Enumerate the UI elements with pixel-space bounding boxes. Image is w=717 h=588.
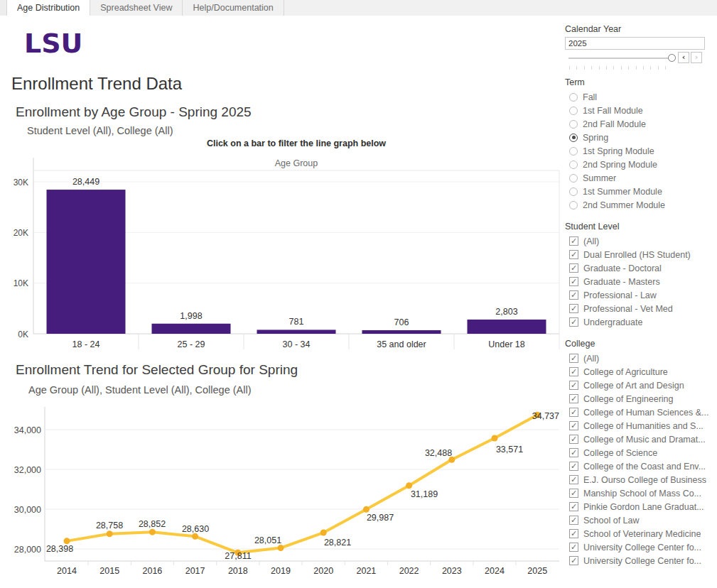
- x-axis-year-label: 2015: [99, 566, 119, 576]
- student-level-option[interactable]: ✓ Dual Enrolled (HS Student): [565, 248, 716, 261]
- college-option[interactable]: ✓ College of Humanities and S...: [565, 419, 716, 432]
- checkbox-icon[interactable]: ✓: [569, 408, 578, 417]
- checkbox-icon[interactable]: ✓: [569, 435, 578, 444]
- checkbox-icon[interactable]: ✓: [569, 304, 578, 313]
- radio-icon[interactable]: [569, 120, 578, 129]
- college-option[interactable]: ✓ Pinkie Gordon Lane Graduat...: [565, 500, 716, 513]
- point-value-label: 28,852: [139, 519, 166, 529]
- slider-handle[interactable]: [668, 54, 676, 62]
- checkbox-icon[interactable]: ✓: [569, 421, 578, 430]
- checkbox-icon[interactable]: ✓: [569, 502, 578, 511]
- checkbox-icon[interactable]: ✓: [569, 250, 578, 259]
- student-level-option-label: Graduate - Doctoral: [583, 263, 662, 273]
- college-option[interactable]: ✓ College of Music and Dramat...: [565, 432, 716, 446]
- radio-icon[interactable]: [569, 174, 578, 183]
- term-option[interactable]: 1st Summer Module: [565, 185, 716, 198]
- radio-icon[interactable]: [569, 201, 578, 209]
- student-level-option[interactable]: ✓ Graduate - Masters: [565, 275, 716, 288]
- student-level-option[interactable]: ✓ Professional - Law: [565, 288, 716, 302]
- line-point-2020[interactable]: [320, 530, 327, 536]
- line-point-2015[interactable]: [107, 530, 113, 537]
- checkbox-icon[interactable]: ✓: [569, 475, 578, 484]
- check-icon: ✓: [571, 489, 577, 497]
- bar-chart-caption: Click on a bar to filter the line graph …: [33, 138, 559, 148]
- checkbox-icon[interactable]: ✓: [569, 354, 578, 363]
- line-point-2014[interactable]: [64, 538, 70, 544]
- bar-2[interactable]: [257, 330, 336, 334]
- bar-0[interactable]: [47, 190, 126, 334]
- radio-icon[interactable]: [569, 160, 578, 169]
- student-level-option[interactable]: ✓ Professional - Vet Med: [565, 302, 716, 315]
- college-option[interactable]: ✓ College of the Coast and Env...: [565, 459, 716, 473]
- radio-icon[interactable]: [569, 187, 578, 196]
- term-option-label: 1st Fall Module: [583, 106, 643, 116]
- radio-icon[interactable]: [569, 107, 578, 115]
- checkbox-icon[interactable]: ✓: [569, 489, 578, 498]
- checkbox-icon[interactable]: ✓: [569, 277, 578, 286]
- check-icon: ✓: [571, 543, 577, 551]
- college-option[interactable]: ✓ School of Law: [565, 513, 716, 527]
- student-level-option[interactable]: ✓ Undergraduate: [565, 315, 716, 329]
- tab[interactable]: Spreadsheet View: [90, 0, 183, 16]
- checkbox-icon[interactable]: ✓: [569, 448, 578, 457]
- bar-chart-column-header: Age Group: [275, 158, 318, 168]
- line-point-2017[interactable]: [192, 533, 198, 540]
- term-option[interactable]: 2nd Summer Module: [565, 198, 716, 212]
- college-option[interactable]: ✓ College of Agriculture: [565, 365, 716, 379]
- line-chart-title: Enrollment Trend for Selected Group for …: [16, 362, 298, 378]
- college-option[interactable]: ✓ School of Veterinary Medicine: [565, 527, 716, 540]
- checkbox-icon[interactable]: ✓: [569, 543, 578, 552]
- line-point-2022[interactable]: [406, 482, 412, 489]
- checkbox-icon[interactable]: ✓: [569, 516, 578, 525]
- next-year-button[interactable]: ›: [691, 52, 702, 63]
- checkbox-icon[interactable]: ✓: [569, 263, 578, 273]
- calendar-year-input[interactable]: [565, 37, 705, 50]
- x-axis-category-label: 35 and older: [377, 339, 426, 349]
- college-option[interactable]: ✓ University College Center fo...: [565, 540, 716, 554]
- checkbox-icon[interactable]: ✓: [569, 381, 578, 390]
- term-option[interactable]: Spring: [565, 131, 716, 144]
- checkbox-icon[interactable]: ✓: [569, 556, 578, 565]
- checkbox-icon[interactable]: ✓: [569, 394, 578, 403]
- bar-3[interactable]: [362, 330, 441, 334]
- line-point-2024[interactable]: [492, 435, 498, 442]
- checkbox-icon[interactable]: ✓: [569, 529, 578, 538]
- college-option-label: School of Veterinary Medicine: [583, 529, 701, 539]
- checkbox-icon[interactable]: ✓: [569, 290, 578, 300]
- line-point-2021[interactable]: [363, 506, 370, 513]
- college-option[interactable]: ✓ College of Human Sciences &...: [565, 405, 716, 419]
- term-option[interactable]: 2nd Fall Module: [565, 117, 716, 131]
- checkbox-icon[interactable]: ✓: [569, 317, 578, 327]
- bar-1[interactable]: [152, 324, 231, 334]
- checkbox-icon[interactable]: ✓: [569, 236, 578, 246]
- bar-4[interactable]: [468, 320, 546, 334]
- radio-icon[interactable]: [569, 147, 578, 156]
- term-option[interactable]: Summer: [565, 171, 716, 185]
- radio-icon[interactable]: [569, 134, 578, 142]
- y-axis-tick-label: 30,000: [14, 505, 41, 515]
- tab[interactable]: Help/Documentation: [183, 0, 284, 16]
- line-point-2019[interactable]: [278, 545, 284, 551]
- college-option[interactable]: ✓ (All): [565, 352, 716, 365]
- college-option[interactable]: ✓ University College Center fo...: [565, 554, 716, 567]
- term-option[interactable]: Fall: [565, 90, 716, 104]
- term-option[interactable]: 1st Spring Module: [565, 144, 716, 158]
- college-option[interactable]: ✓ College of Art and Design: [565, 379, 716, 392]
- tab-label: Spreadsheet View: [100, 3, 172, 13]
- student-level-option-label: Professional - Law: [583, 290, 657, 300]
- student-level-option[interactable]: ✓ (All): [565, 234, 716, 248]
- line-point-2016[interactable]: [149, 529, 156, 535]
- prev-year-button[interactable]: ‹: [678, 52, 689, 63]
- college-option[interactable]: ✓ College of Science: [565, 446, 716, 459]
- college-option[interactable]: ✓ E.J. Ourso College of Business: [565, 473, 716, 486]
- college-option[interactable]: ✓ College of Engineering: [565, 392, 716, 405]
- checkbox-icon[interactable]: ✓: [569, 367, 578, 376]
- student-level-option[interactable]: ✓ Graduate - Doctoral: [565, 261, 716, 275]
- slider-track[interactable]: [568, 58, 674, 59]
- radio-icon[interactable]: [569, 93, 578, 102]
- term-option[interactable]: 2nd Spring Module: [565, 158, 716, 171]
- term-option[interactable]: 1st Fall Module: [565, 104, 716, 117]
- tab[interactable]: Age Distribution: [7, 0, 90, 16]
- college-option[interactable]: ✓ Manship School of Mass Co...: [565, 486, 716, 500]
- checkbox-icon[interactable]: ✓: [569, 462, 578, 471]
